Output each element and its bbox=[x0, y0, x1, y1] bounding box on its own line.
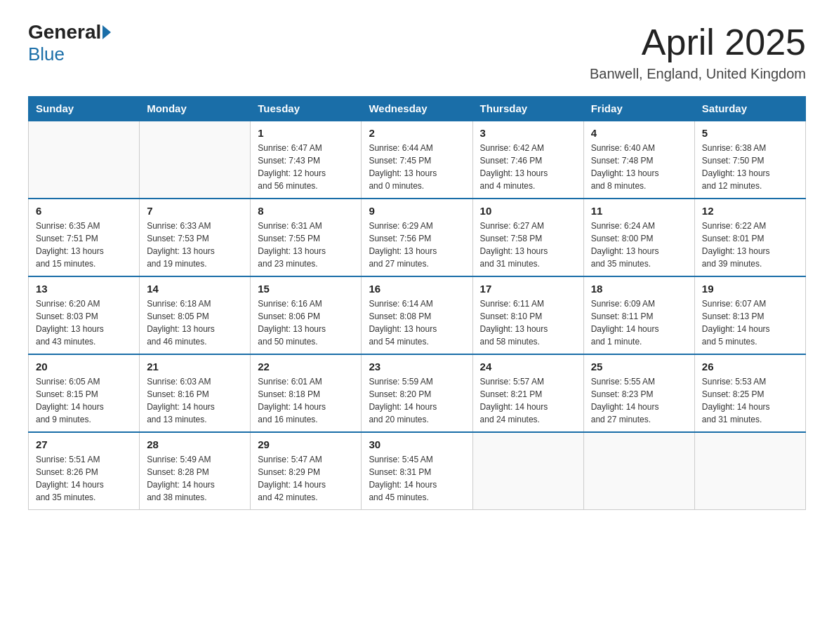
calendar-cell: 29Sunrise: 5:47 AMSunset: 8:29 PMDayligh… bbox=[251, 432, 362, 510]
calendar-cell bbox=[29, 121, 140, 199]
day-info: Sunrise: 6:24 AMSunset: 8:00 PMDaylight:… bbox=[591, 220, 687, 270]
day-info: Sunrise: 6:18 AMSunset: 8:05 PMDaylight:… bbox=[147, 297, 243, 348]
day-info: Sunrise: 6:33 AMSunset: 7:53 PMDaylight:… bbox=[147, 220, 243, 270]
day-info: Sunrise: 5:49 AMSunset: 8:28 PMDaylight:… bbox=[147, 453, 243, 504]
col-header-monday: Monday bbox=[140, 97, 251, 121]
calendar-cell: 12Sunrise: 6:22 AMSunset: 8:01 PMDayligh… bbox=[694, 199, 805, 276]
week-row-1: 1Sunrise: 6:47 AMSunset: 7:43 PMDaylight… bbox=[29, 121, 806, 199]
day-info: Sunrise: 5:47 AMSunset: 8:29 PMDaylight:… bbox=[258, 453, 354, 504]
calendar-cell: 5Sunrise: 6:38 AMSunset: 7:50 PMDaylight… bbox=[694, 121, 805, 199]
col-header-wednesday: Wednesday bbox=[362, 97, 472, 121]
day-number: 26 bbox=[702, 361, 798, 373]
day-number: 12 bbox=[702, 205, 798, 217]
day-number: 24 bbox=[480, 361, 576, 373]
day-number: 29 bbox=[258, 438, 354, 450]
day-number: 28 bbox=[147, 438, 243, 450]
calendar-cell bbox=[140, 121, 251, 199]
day-info: Sunrise: 6:11 AMSunset: 8:10 PMDaylight:… bbox=[480, 297, 576, 348]
day-number: 19 bbox=[702, 283, 798, 295]
day-info: Sunrise: 5:55 AMSunset: 8:23 PMDaylight:… bbox=[591, 375, 687, 426]
day-number: 9 bbox=[369, 205, 465, 217]
day-info: Sunrise: 5:59 AMSunset: 8:20 PMDaylight:… bbox=[369, 375, 465, 426]
title-area: April 2025 Banwell, England, United King… bbox=[590, 21, 806, 82]
week-row-4: 20Sunrise: 6:05 AMSunset: 8:15 PMDayligh… bbox=[29, 354, 806, 432]
day-number: 15 bbox=[258, 283, 354, 295]
day-info: Sunrise: 6:22 AMSunset: 8:01 PMDaylight:… bbox=[702, 220, 798, 270]
day-info: Sunrise: 6:16 AMSunset: 8:06 PMDaylight:… bbox=[258, 297, 354, 348]
day-number: 23 bbox=[369, 361, 465, 373]
day-info: Sunrise: 5:57 AMSunset: 8:21 PMDaylight:… bbox=[480, 375, 576, 426]
col-header-thursday: Thursday bbox=[472, 97, 583, 121]
day-number: 7 bbox=[147, 205, 243, 217]
calendar-cell: 7Sunrise: 6:33 AMSunset: 7:53 PMDaylight… bbox=[140, 199, 251, 276]
day-info: Sunrise: 5:45 AMSunset: 8:31 PMDaylight:… bbox=[369, 453, 465, 504]
day-number: 3 bbox=[480, 127, 576, 139]
calendar-cell: 3Sunrise: 6:42 AMSunset: 7:46 PMDaylight… bbox=[472, 121, 583, 199]
day-number: 11 bbox=[591, 205, 687, 217]
day-number: 20 bbox=[36, 361, 132, 373]
calendar-cell: 23Sunrise: 5:59 AMSunset: 8:20 PMDayligh… bbox=[362, 354, 472, 432]
page-subtitle: Banwell, England, United Kingdom bbox=[590, 66, 806, 82]
day-number: 30 bbox=[369, 438, 465, 450]
col-header-tuesday: Tuesday bbox=[251, 97, 362, 121]
calendar-cell: 24Sunrise: 5:57 AMSunset: 8:21 PMDayligh… bbox=[472, 354, 583, 432]
day-info: Sunrise: 6:09 AMSunset: 8:11 PMDaylight:… bbox=[591, 297, 687, 348]
day-info: Sunrise: 5:53 AMSunset: 8:25 PMDaylight:… bbox=[702, 375, 798, 426]
day-info: Sunrise: 6:20 AMSunset: 8:03 PMDaylight:… bbox=[36, 297, 132, 348]
calendar-cell: 28Sunrise: 5:49 AMSunset: 8:28 PMDayligh… bbox=[140, 432, 251, 510]
calendar-cell: 4Sunrise: 6:40 AMSunset: 7:48 PMDaylight… bbox=[583, 121, 694, 199]
col-header-friday: Friday bbox=[583, 97, 694, 121]
day-info: Sunrise: 6:42 AMSunset: 7:46 PMDaylight:… bbox=[480, 142, 576, 192]
day-number: 27 bbox=[36, 438, 132, 450]
calendar-cell bbox=[694, 432, 805, 510]
day-info: Sunrise: 6:44 AMSunset: 7:45 PMDaylight:… bbox=[369, 142, 465, 192]
calendar-cell: 9Sunrise: 6:29 AMSunset: 7:56 PMDaylight… bbox=[362, 199, 472, 276]
day-number: 18 bbox=[591, 283, 687, 295]
calendar-cell: 18Sunrise: 6:09 AMSunset: 8:11 PMDayligh… bbox=[583, 276, 694, 354]
calendar-cell: 19Sunrise: 6:07 AMSunset: 8:13 PMDayligh… bbox=[694, 276, 805, 354]
calendar-cell: 6Sunrise: 6:35 AMSunset: 7:51 PMDaylight… bbox=[29, 199, 140, 276]
day-info: Sunrise: 6:40 AMSunset: 7:48 PMDaylight:… bbox=[591, 142, 687, 192]
day-info: Sunrise: 6:29 AMSunset: 7:56 PMDaylight:… bbox=[369, 220, 465, 270]
calendar-cell bbox=[472, 432, 583, 510]
logo-blue-text: Blue bbox=[28, 43, 65, 65]
day-number: 17 bbox=[480, 283, 576, 295]
day-number: 6 bbox=[36, 205, 132, 217]
week-row-2: 6Sunrise: 6:35 AMSunset: 7:51 PMDaylight… bbox=[29, 199, 806, 276]
calendar-cell: 13Sunrise: 6:20 AMSunset: 8:03 PMDayligh… bbox=[29, 276, 140, 354]
day-info: Sunrise: 6:27 AMSunset: 7:58 PMDaylight:… bbox=[480, 220, 576, 270]
calendar-cell: 20Sunrise: 6:05 AMSunset: 8:15 PMDayligh… bbox=[29, 354, 140, 432]
calendar-cell: 27Sunrise: 5:51 AMSunset: 8:26 PMDayligh… bbox=[29, 432, 140, 510]
day-info: Sunrise: 6:47 AMSunset: 7:43 PMDaylight:… bbox=[258, 142, 354, 192]
day-number: 1 bbox=[258, 127, 354, 139]
calendar-header-row: SundayMondayTuesdayWednesdayThursdayFrid… bbox=[29, 97, 806, 121]
calendar-cell bbox=[583, 432, 694, 510]
day-info: Sunrise: 6:35 AMSunset: 7:51 PMDaylight:… bbox=[36, 220, 132, 270]
day-info: Sunrise: 5:51 AMSunset: 8:26 PMDaylight:… bbox=[36, 453, 132, 504]
day-info: Sunrise: 6:03 AMSunset: 8:16 PMDaylight:… bbox=[147, 375, 243, 426]
calendar-cell: 21Sunrise: 6:03 AMSunset: 8:16 PMDayligh… bbox=[140, 354, 251, 432]
day-info: Sunrise: 6:07 AMSunset: 8:13 PMDaylight:… bbox=[702, 297, 798, 348]
week-row-3: 13Sunrise: 6:20 AMSunset: 8:03 PMDayligh… bbox=[29, 276, 806, 354]
calendar-cell: 25Sunrise: 5:55 AMSunset: 8:23 PMDayligh… bbox=[583, 354, 694, 432]
calendar-cell: 30Sunrise: 5:45 AMSunset: 8:31 PMDayligh… bbox=[362, 432, 472, 510]
day-number: 25 bbox=[591, 361, 687, 373]
calendar-cell: 16Sunrise: 6:14 AMSunset: 8:08 PMDayligh… bbox=[362, 276, 472, 354]
day-number: 4 bbox=[591, 127, 687, 139]
calendar-cell: 11Sunrise: 6:24 AMSunset: 8:00 PMDayligh… bbox=[583, 199, 694, 276]
day-info: Sunrise: 6:38 AMSunset: 7:50 PMDaylight:… bbox=[702, 142, 798, 192]
day-number: 13 bbox=[36, 283, 132, 295]
day-number: 16 bbox=[369, 283, 465, 295]
calendar-cell: 17Sunrise: 6:11 AMSunset: 8:10 PMDayligh… bbox=[472, 276, 583, 354]
day-info: Sunrise: 6:14 AMSunset: 8:08 PMDaylight:… bbox=[369, 297, 465, 348]
day-number: 21 bbox=[147, 361, 243, 373]
calendar-cell: 26Sunrise: 5:53 AMSunset: 8:25 PMDayligh… bbox=[694, 354, 805, 432]
day-number: 5 bbox=[702, 127, 798, 139]
col-header-saturday: Saturday bbox=[694, 97, 805, 121]
day-number: 22 bbox=[258, 361, 354, 373]
calendar-table: SundayMondayTuesdayWednesdayThursdayFrid… bbox=[28, 96, 806, 510]
calendar-cell: 8Sunrise: 6:31 AMSunset: 7:55 PMDaylight… bbox=[251, 199, 362, 276]
day-number: 10 bbox=[480, 205, 576, 217]
logo-arrow-icon bbox=[102, 25, 111, 39]
calendar-cell: 22Sunrise: 6:01 AMSunset: 8:18 PMDayligh… bbox=[251, 354, 362, 432]
